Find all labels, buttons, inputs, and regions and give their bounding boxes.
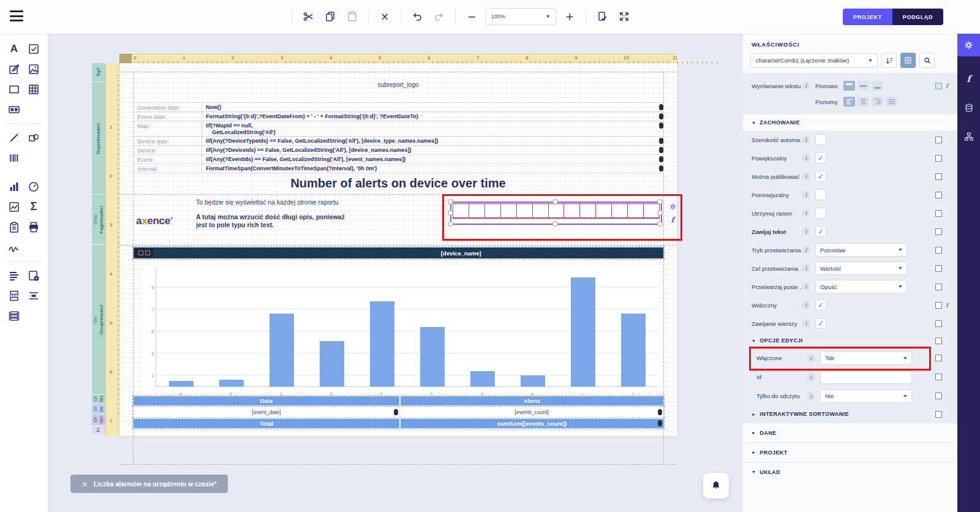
table-header-row[interactable]: Date Alerts — [134, 396, 663, 405]
page-note-text[interactable]: To będzie się wyświetlać na każdej stron… — [196, 198, 339, 206]
band-De[interactable]: DiDe — [92, 404, 105, 414]
checkbox[interactable]: ✓ — [815, 226, 826, 237]
selection-handle[interactable] — [552, 221, 558, 227]
halign-right-button[interactable] — [872, 97, 883, 107]
table-total-row[interactable]: Total sumSum([events_count]) — [134, 419, 663, 428]
tool-band-columns-button[interactable] — [8, 308, 20, 324]
binding-checkbox[interactable] — [935, 210, 942, 217]
selection-handle[interactable] — [448, 221, 453, 227]
rich-text-field[interactable]: A tutaj można wrzucić dość długi opis, p… — [196, 213, 345, 229]
info-icon[interactable]: i — [802, 264, 810, 273]
formula-icon[interactable]: f — [942, 302, 952, 309]
info-icon[interactable]: i — [802, 246, 810, 254]
alerts-bar-chart[interactable]: 13579 ABCDEFGHIJ — [142, 265, 662, 397]
binding-checkbox[interactable] — [935, 247, 942, 254]
redo-button[interactable] — [431, 8, 448, 25]
binding-checkbox[interactable] — [935, 83, 942, 89]
select-przetwarzaj-puste----[interactable]: Opuść — [815, 280, 907, 293]
param-row[interactable]: Interval:FormatTimeSpan(ConvertMinutesTo… — [134, 164, 665, 173]
subreport-logo-placeholder[interactable]: subreport_logo — [119, 81, 677, 88]
axence-logo[interactable]: axence® — [136, 215, 173, 227]
functions-rail-button[interactable]: f — [957, 67, 980, 90]
halign-center-button[interactable] — [858, 97, 869, 107]
select-tylko-do-odczytu[interactable]: Nie — [820, 390, 912, 403]
band-ReportHeader1[interactable]: ReportHeader1 — [92, 82, 105, 194]
hamburger-menu-icon[interactable] — [10, 10, 23, 21]
zoom-in-button[interactable]: + — [561, 8, 578, 25]
report-title-text[interactable]: Number of alerts on device over time — [119, 176, 677, 190]
report-tab[interactable]: × Liczba alarmów na urządzeniu w czasie* — [70, 475, 228, 493]
tool-shape-rect-button[interactable] — [8, 81, 20, 97]
selection-handle[interactable] — [448, 210, 453, 216]
binding-checkbox[interactable] — [935, 192, 942, 198]
param-row[interactable]: Generation date:Now() — [134, 103, 665, 112]
checkbox[interactable] — [815, 134, 826, 145]
element-settings-gear-icon[interactable] — [669, 203, 677, 211]
info-icon[interactable]: i — [802, 135, 810, 144]
band-PageHeader1[interactable]: GrouPageHeader1 — [92, 195, 105, 244]
checkbox[interactable] — [815, 208, 826, 219]
binding-checkbox[interactable] — [935, 374, 942, 380]
binding-checkbox[interactable] — [935, 155, 942, 162]
tool-pdf-export-button[interactable] — [28, 219, 40, 235]
report-parameters-table[interactable]: Generation date:Now()Event date:FormatSt… — [134, 102, 665, 173]
tool-text-button[interactable]: A — [8, 41, 20, 57]
binding-checkbox[interactable] — [935, 173, 942, 180]
binding-checkbox[interactable] — [935, 355, 942, 361]
undo-button[interactable] — [409, 8, 426, 25]
info-icon[interactable]: i — [802, 319, 810, 328]
tool-signature-button[interactable] — [8, 239, 21, 255]
info-icon[interactable]: i — [802, 209, 810, 217]
band-GroupHeader2[interactable]: GrcGroupHeader2 — [92, 245, 105, 394]
selection-handle[interactable] — [657, 199, 663, 205]
tool-sum-button[interactable]: Σ — [28, 199, 40, 215]
info-icon[interactable]: i — [807, 373, 815, 382]
tool-barcode-button[interactable] — [8, 150, 20, 166]
selection-handle[interactable] — [552, 199, 558, 205]
selection-handle[interactable] — [448, 199, 453, 205]
tool-shapes-button[interactable] — [28, 130, 40, 146]
properties-rail-button[interactable] — [957, 34, 980, 56]
info-icon[interactable]: i — [802, 154, 810, 162]
binding-checkbox[interactable] — [935, 265, 942, 272]
zoom-level-select[interactable]: 100% — [485, 8, 556, 25]
element-formula-icon[interactable]: f — [671, 216, 674, 224]
info-icon[interactable]: i — [802, 301, 810, 309]
binding-checkbox[interactable] — [935, 302, 942, 309]
element-selector[interactable]: characterComb1 (Łączenie znaków) — [750, 53, 878, 68]
binding-checkbox[interactable] — [935, 137, 942, 143]
binding-checkbox[interactable] — [935, 320, 942, 327]
band-Grc[interactable]: OrGrc — [92, 395, 105, 403]
data-rail-button[interactable] — [957, 96, 980, 119]
tool-line-button[interactable] — [8, 130, 20, 146]
binding-checkbox[interactable] — [935, 284, 942, 290]
info-icon[interactable]: i — [807, 354, 815, 363]
input-id[interactable] — [820, 371, 912, 384]
zoom-out-button[interactable]: − — [463, 8, 480, 25]
band-Fi[interactable]: Fi — [92, 426, 105, 434]
section-dane[interactable]: ►DANE — [743, 423, 958, 442]
validate-report-button[interactable] — [594, 8, 611, 25]
select-tryb-przetwarzania---[interactable]: Pozostaw — [815, 243, 907, 257]
select-w--czone[interactable]: Tak — [820, 352, 912, 365]
checkbox[interactable]: ✓ — [815, 299, 826, 311]
binding-checkbox[interactable] — [935, 393, 942, 399]
halign-left-button[interactable] — [843, 97, 855, 107]
section-opcje-edycji[interactable]: ▼OPCJE EDYCJI — [743, 333, 958, 348]
band-Topf[interactable]: Topf — [92, 63, 105, 81]
halign-justify-button[interactable] — [886, 97, 897, 107]
close-tab-icon[interactable]: × — [81, 480, 88, 489]
binding-checkbox[interactable] — [935, 337, 942, 344]
delete-button[interactable]: × — [376, 8, 393, 25]
tool-image-button[interactable] — [28, 61, 40, 77]
tool-band-align-button[interactable] — [28, 288, 40, 304]
tool-page-badge-button[interactable] — [28, 268, 40, 284]
param-row[interactable]: Device type:Iif(Any(?DeviceTypeIds) == F… — [134, 137, 665, 146]
projekt-tab[interactable]: PROJEKT — [843, 9, 892, 25]
tool-band-list-button[interactable] — [8, 268, 20, 284]
checkbox[interactable] — [815, 189, 826, 200]
selection-handle[interactable] — [657, 221, 663, 227]
band-Grc[interactable]: OrGrc — [92, 415, 105, 425]
info-icon[interactable]: i — [802, 227, 810, 236]
notifications-button[interactable] — [703, 473, 729, 499]
